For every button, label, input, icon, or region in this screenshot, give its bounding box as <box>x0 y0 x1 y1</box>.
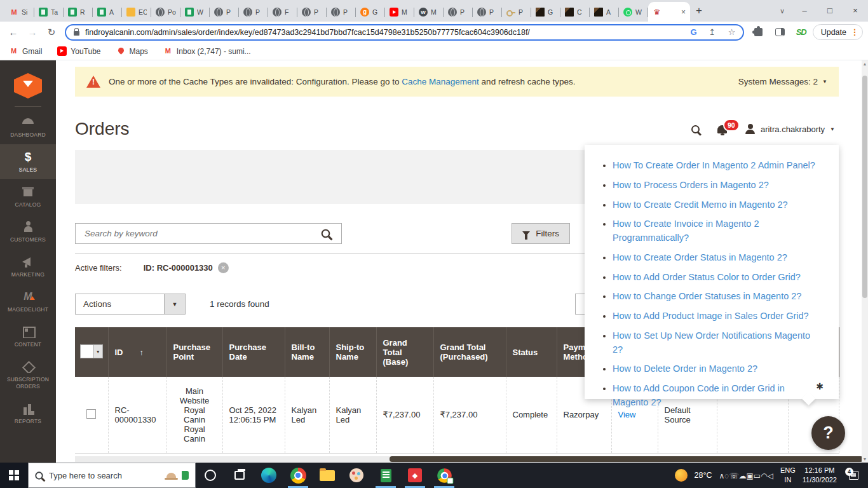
vertical-scrollbar-thumb[interactable] <box>862 76 867 298</box>
sidebar-item[interactable]: CATALOG <box>0 179 56 214</box>
sidebar-item[interactable]: REPORTS <box>0 396 56 431</box>
language-switcher[interactable]: ENG IN <box>780 466 796 485</box>
tray-icon[interactable]: ☁ <box>739 471 747 480</box>
sidebar-item[interactable]: SUBSCRIPTION ORDERS <box>0 354 56 396</box>
edge-button[interactable] <box>254 463 283 488</box>
minimize-button[interactable]: – <box>792 0 817 22</box>
horizontal-scrollbar-thumb[interactable] <box>390 456 863 462</box>
bookmark-item[interactable]: YouTube <box>57 46 100 56</box>
browser-tab[interactable]: C <box>560 3 590 22</box>
chevron-down-icon[interactable]: ▼ <box>164 294 185 314</box>
column-header[interactable]: Grand Total (Base) <box>376 327 433 377</box>
keyword-search-input[interactable] <box>83 228 322 239</box>
sd-extension-icon[interactable]: SD <box>796 27 806 37</box>
browser-tab[interactable]: W <box>180 3 210 22</box>
wordpad-button[interactable] <box>371 463 400 488</box>
file-explorer-button[interactable] <box>313 463 342 488</box>
url-text[interactable]: findroyalcanin.com/admin/sales/order/ind… <box>85 28 682 37</box>
browser-menu-icon[interactable]: ⋮ <box>850 27 859 37</box>
browser-tab[interactable]: M <box>385 3 414 22</box>
cortana-button[interactable] <box>196 463 225 488</box>
close-button[interactable]: × <box>843 0 868 22</box>
tray-icon[interactable]: ▣ <box>747 471 754 480</box>
browser-tab[interactable]: P <box>502 3 531 22</box>
weather-icon[interactable] <box>675 469 688 482</box>
reload-button[interactable]: ↻ <box>43 27 60 38</box>
sidebar-item[interactable]: CUSTOMERS <box>0 214 56 249</box>
column-header[interactable]: Bill-to Name <box>285 327 329 377</box>
paint-button[interactable] <box>342 463 371 488</box>
tray-icon[interactable]: ☏ <box>729 471 738 480</box>
action-center-button[interactable]: 4 <box>844 471 863 480</box>
new-tab-button[interactable]: + <box>690 2 708 20</box>
notifications-button[interactable]: 90 <box>717 125 727 133</box>
tray-icon[interactable]: ◠ <box>761 471 767 480</box>
column-header[interactable]: Purchase Date <box>222 327 285 377</box>
tab-close-icon[interactable]: × <box>681 8 686 17</box>
taskbar-clock[interactable]: 12:16 PM 11/30/2022 <box>803 466 837 485</box>
browser-tab[interactable]: P <box>327 3 356 22</box>
browser-tab[interactable]: F <box>268 3 297 22</box>
view-order-link[interactable]: View <box>618 410 636 419</box>
column-header[interactable]: Status <box>506 327 557 377</box>
browser-tab[interactable]: R <box>64 3 93 22</box>
taskbar-search[interactable]: Type here to search <box>28 463 196 488</box>
browser-tab[interactable]: P <box>239 3 268 22</box>
start-button[interactable] <box>0 463 28 488</box>
lock-icon[interactable] <box>74 31 79 36</box>
scroll-up-icon[interactable]: ▲ <box>862 62 868 66</box>
search-icon[interactable] <box>322 229 330 238</box>
bookmark-item[interactable]: Maps <box>116 46 148 56</box>
tray-icon[interactable]: ◁ <box>768 471 773 480</box>
column-header-id[interactable]: ID↑ <box>108 327 166 377</box>
bookmark-item[interactable]: Gmail <box>9 46 42 56</box>
sidebar-item[interactable]: MARKETING <box>0 249 56 284</box>
browser-tab[interactable]: M <box>414 3 444 22</box>
update-button[interactable]: Update ⋮ <box>813 24 863 40</box>
chrome-button[interactable] <box>283 463 313 488</box>
system-messages-toggle[interactable]: System Messages: 2 ▼ <box>738 77 827 86</box>
cache-management-link[interactable]: Cache Management <box>402 77 479 86</box>
browser-tab[interactable]: A <box>590 3 619 22</box>
help-link[interactable]: How to Process Orders in Magento 2? <box>613 180 769 190</box>
vertical-scrollbar[interactable]: ▲ ▼ <box>862 60 868 463</box>
help-link[interactable]: How to Create Credit Memo in Magento 2? <box>613 200 788 210</box>
help-link[interactable]: How to Add Order Status Color to Order G… <box>613 272 801 282</box>
help-link[interactable]: How to Delete Order in Magento 2? <box>613 363 757 374</box>
sidebar-item[interactable]: CONTENT <box>0 319 56 354</box>
browser-tab[interactable]: Po <box>151 3 180 22</box>
chrome-profile-button[interactable] <box>430 463 459 488</box>
forward-button[interactable]: → <box>24 27 41 37</box>
user-menu[interactable]: aritra.chakraborty ▼ <box>745 124 835 134</box>
help-button[interactable]: ? <box>811 416 845 450</box>
side-panel-icon[interactable] <box>775 28 785 36</box>
help-link[interactable]: How to Create Invoice in Magento 2 Progr… <box>613 219 759 243</box>
help-link[interactable]: How To Create Order In Magento 2 Admin P… <box>613 160 815 170</box>
profile-chevron-icon[interactable]: ∨ <box>773 0 792 22</box>
browser-tab[interactable]: G <box>356 3 385 22</box>
gear-icon[interactable]: ✱ <box>816 381 824 391</box>
browser-tab[interactable]: Si <box>5 3 34 22</box>
browser-tab[interactable]: Ta <box>34 3 64 22</box>
browser-tab[interactable]: A <box>93 3 122 22</box>
temperature-label[interactable]: 28°C <box>695 471 712 480</box>
sidebar-item[interactable]: SALES <box>0 144 56 179</box>
browser-tab[interactable]: P <box>473 3 502 22</box>
share-icon[interactable]: ↥ <box>705 27 719 37</box>
help-link[interactable]: How to Add Coupon Code in Order Grid in … <box>613 383 785 407</box>
bookmark-item[interactable]: Inbox (2,747) - sumi... <box>163 46 251 56</box>
column-header[interactable]: Ship-to Name <box>329 327 376 377</box>
address-bar[interactable]: findroyalcanin.com/admin/sales/order/ind… <box>65 24 744 41</box>
help-link[interactable]: How to Create Order Status in Magento 2? <box>613 252 787 262</box>
browser-tab[interactable]: P <box>297 3 327 22</box>
red-app-button[interactable]: ◆ <box>400 463 430 488</box>
filters-button[interactable]: Filters <box>512 223 570 244</box>
remove-filter-icon[interactable]: × <box>218 262 229 273</box>
bookmark-star-icon[interactable]: ☆ <box>725 27 739 37</box>
browser-tab[interactable]: EC <box>122 3 151 22</box>
browser-tab[interactable]: W <box>619 3 648 22</box>
scroll-down-icon[interactable]: ▼ <box>862 457 868 461</box>
column-header[interactable]: Purchase Point <box>166 327 222 377</box>
browser-tab[interactable]: × <box>648 2 690 22</box>
extensions-icon[interactable] <box>754 28 763 36</box>
